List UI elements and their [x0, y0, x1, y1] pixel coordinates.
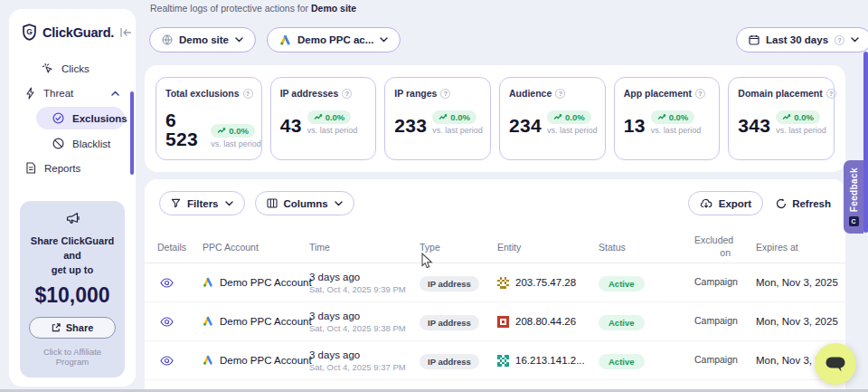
sidebar-item-clicks[interactable]: Clicks — [9, 57, 136, 80]
sidebar-item-label: Threat — [43, 88, 73, 99]
help-icon[interactable] — [342, 89, 352, 99]
view-details-eye-icon[interactable] — [160, 278, 174, 288]
status-badge: Active — [599, 315, 645, 330]
sidebar-item-threat[interactable]: Threat — [9, 81, 136, 104]
page-scrollbar[interactable] — [863, 52, 868, 233]
type-badge: IP address — [420, 354, 479, 369]
col-header-type: Type — [407, 242, 485, 253]
sidebar-nav: Clicks Threat Exclusions — [9, 55, 136, 181]
help-icon[interactable] — [695, 89, 705, 99]
megaphone-icon — [65, 212, 80, 225]
trend-up-icon — [314, 114, 323, 120]
delta-compare: vs. last period — [211, 139, 261, 148]
stat-label: Audience — [509, 88, 552, 99]
trend-up-icon — [553, 114, 562, 120]
stat-card-ip-addresses: IP addresses 43 0.0% vs. last period — [270, 77, 377, 160]
page-title: Realtime logs of protective actions for … — [150, 3, 356, 14]
stat-label: Total exclusions — [165, 88, 240, 99]
help-icon[interactable] — [826, 89, 836, 99]
help-icon[interactable] — [555, 89, 565, 99]
stat-value: 343 — [738, 116, 770, 135]
table-row: Demo PPC Account 3 days agoSat, Oct 4, 2… — [145, 263, 845, 302]
col-header-excluded-on: Excluded on — [682, 234, 749, 258]
refresh-button[interactable]: Refresh — [776, 198, 831, 209]
stat-value: 6 523 — [165, 110, 205, 148]
stat-card-total-exclusions: Total exclusions 6 523 0.0% vs. last per… — [156, 77, 262, 160]
stat-value: 234 — [509, 116, 542, 135]
table-header-row: Details PPC Account Time Type Entity Sta… — [145, 231, 845, 263]
google-ads-icon — [279, 34, 291, 46]
time-relative: 3 days ago — [309, 311, 407, 321]
trend-up-icon — [782, 114, 791, 120]
stat-label: IP ranges — [394, 88, 437, 99]
sidebar-scrollbar[interactable] — [130, 91, 134, 175]
sidebar-item-reports[interactable]: Reports — [9, 157, 136, 179]
help-icon[interactable] — [440, 89, 450, 99]
col-header-entity: Entity — [485, 242, 586, 253]
google-ads-icon — [203, 355, 213, 366]
funnel-icon — [171, 198, 181, 208]
calendar-icon — [749, 34, 760, 45]
sidebar-item-label: Reports — [44, 163, 80, 174]
sidebar-item-label: Clicks — [61, 63, 90, 74]
chevron-down-icon — [380, 37, 388, 43]
chevron-down-icon — [225, 201, 233, 206]
export-label: Export — [719, 198, 751, 209]
promo-amount: $10,000 — [27, 283, 118, 308]
logo-row: G ClickGuard. — [9, 9, 136, 46]
stat-value: 13 — [624, 116, 646, 135]
help-icon — [835, 35, 844, 45]
delta-badge: 0.0% — [651, 110, 695, 124]
date-range-dropdown[interactable]: Last 30 days — [736, 27, 868, 53]
refresh-icon — [776, 198, 787, 209]
columns-dropdown[interactable]: Columns — [255, 191, 354, 215]
sidebar-item-label: Blacklist — [72, 139, 110, 149]
help-icon[interactable] — [243, 89, 253, 99]
delta-compare: vs. last period — [547, 126, 598, 135]
view-details-eye-icon[interactable] — [160, 356, 174, 366]
feedback-tab[interactable]: Feedback C — [844, 160, 863, 234]
delta-badge: 0.0% — [776, 110, 820, 124]
site-filter-dropdown[interactable]: Demo site — [149, 27, 256, 53]
stat-label: Domain placement — [738, 88, 822, 99]
stat-label: App placement — [624, 88, 692, 99]
brand-name: ClickGuard. — [42, 25, 114, 40]
app-screen: G ClickGuard. Clicks Threat — [0, 0, 868, 392]
view-details-eye-icon[interactable] — [160, 317, 174, 327]
date-range-value: Last 30 days — [766, 34, 828, 45]
sidebar-item-exclusions[interactable]: Exclusions — [36, 107, 125, 129]
chevron-down-icon — [235, 37, 243, 43]
promo-text: Share ClickGuard and get up to — [27, 234, 118, 278]
ppc-account-dropdown[interactable]: Demo PPC ac... — [267, 27, 401, 53]
stats-panel: Total exclusions 6 523 0.0% vs. last per… — [145, 65, 845, 172]
share-button-label: Share — [66, 322, 94, 333]
google-ads-icon — [203, 277, 213, 288]
type-badge: IP address — [420, 315, 479, 330]
ip-identicon — [497, 316, 509, 328]
table-row: Demo PPC Account 3 days agoSat, Oct 4, 2… — [145, 302, 845, 341]
logs-table-card: Filters Columns Export Refresh Deta — [145, 179, 845, 392]
delta-compare: vs. last period — [307, 126, 358, 135]
sidebar-item-blacklist[interactable]: Blacklist — [9, 132, 136, 155]
chevron-down-icon — [851, 37, 859, 43]
filters-dropdown[interactable]: Filters — [159, 191, 245, 215]
chat-launcher-button[interactable] — [815, 343, 856, 385]
click-cursor-icon — [42, 62, 53, 74]
svg-text:G: G — [26, 27, 33, 36]
time-absolute: Sat, Oct 4, 2025 9:39 PM — [309, 284, 407, 294]
delta-badge: 0.0% — [211, 124, 255, 138]
blocked-icon — [52, 138, 64, 149]
col-header-details: Details — [145, 242, 190, 253]
time-relative: 3 days ago — [309, 349, 407, 360]
page-title-site: Demo site — [311, 3, 356, 14]
sidebar-item-label: Exclusions — [72, 113, 127, 124]
delta-badge: 0.0% — [547, 110, 591, 124]
delta-badge: 0.0% — [307, 110, 352, 124]
trend-up-icon — [439, 114, 448, 120]
table-row: Demo PPC Account 3 days agoSat, Oct 4, 2… — [145, 341, 845, 380]
export-button[interactable]: Export — [688, 191, 763, 215]
share-button[interactable]: Share — [29, 317, 116, 339]
delta-badge: 0.0% — [432, 110, 476, 124]
collapse-sidebar-icon[interactable] — [119, 27, 132, 38]
clickguard-shield-icon: G — [22, 24, 37, 41]
